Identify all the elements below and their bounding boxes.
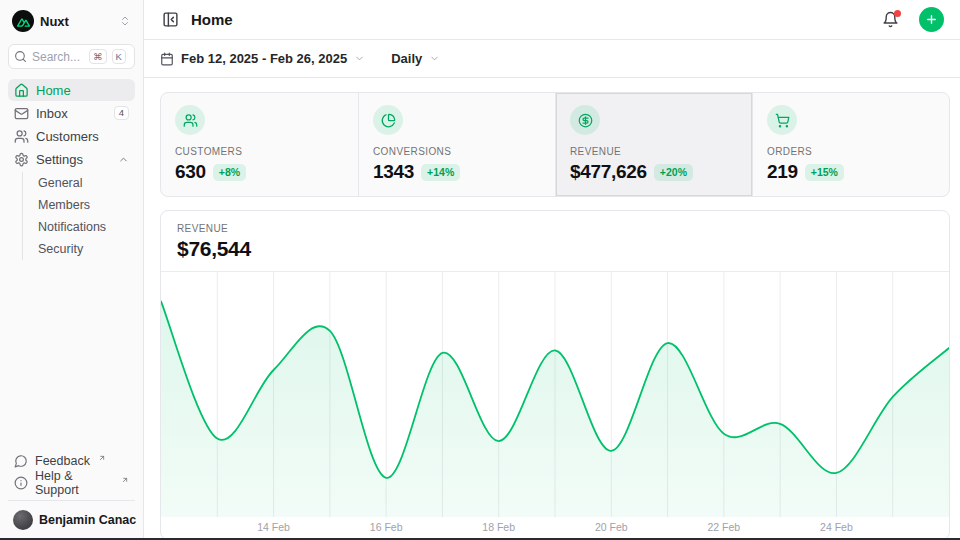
search-field[interactable] xyxy=(32,50,84,64)
chevron-down-icon xyxy=(429,53,440,64)
stat-card-conversions[interactable]: CONVERSIONS 1343 +14% xyxy=(358,93,555,196)
sidebar-item-security[interactable]: Security xyxy=(23,238,135,260)
external-link-icon xyxy=(98,454,106,462)
stat-delta-badge: +8% xyxy=(213,164,246,181)
search-input[interactable]: ⌘ K xyxy=(8,44,135,69)
stat-label: ORDERS xyxy=(767,146,935,157)
gear-icon xyxy=(14,152,29,167)
chart-x-axis-labels: 14 Feb16 Feb18 Feb20 Feb22 Feb24 Feb xyxy=(161,517,949,539)
nuxt-logo-icon xyxy=(12,10,34,32)
chart-plot-area[interactable] xyxy=(161,271,949,517)
area-chart[interactable] xyxy=(161,272,949,517)
revenue-chart-card: REVENUE $76,544 14 Feb16 Feb18 Feb20 Feb… xyxy=(160,210,950,540)
stats-group: CUSTOMERS 630 +8% CONVERSIONS 1343 +14% xyxy=(160,92,950,197)
stat-value: 219 xyxy=(767,161,798,183)
chevron-up-icon xyxy=(118,154,129,165)
sidebar-item-general[interactable]: General xyxy=(23,172,135,194)
sidebar-item-label: Settings xyxy=(36,152,111,167)
x-axis-tick-label: 22 Feb xyxy=(707,521,740,533)
x-axis-tick-label: 14 Feb xyxy=(257,521,290,533)
circle-dollar-icon xyxy=(570,105,600,135)
sidebar-item-home[interactable]: Home xyxy=(8,79,135,101)
stat-label: CONVERSIONS xyxy=(373,146,541,157)
user-name: Benjamin Canac xyxy=(39,513,136,527)
stat-delta-badge: +14% xyxy=(421,164,460,181)
users-icon xyxy=(14,129,29,144)
chart-current-value: $76,544 xyxy=(177,237,933,261)
sidebar-item-settings[interactable]: Settings xyxy=(8,148,135,170)
stat-label: CUSTOMERS xyxy=(175,146,344,157)
sidebar: Nuxt ⌘ K Home Inbox 4 xyxy=(0,0,144,540)
external-link-icon xyxy=(121,476,129,484)
chart-header: REVENUE $76,544 xyxy=(161,211,949,271)
help-support-link[interactable]: Help & Support xyxy=(8,472,135,494)
inbox-icon xyxy=(14,106,29,121)
main-area: Home Feb 12, 2025 - Feb 26, 2025 Daily xyxy=(144,0,960,540)
sidebar-item-notifications[interactable]: Notifications xyxy=(23,216,135,238)
users-icon xyxy=(175,105,205,135)
page-title: Home xyxy=(191,11,870,28)
sidebar-nav: Home Inbox 4 Customers Settings Genera xyxy=(8,79,135,262)
period-value: Daily xyxy=(391,51,422,66)
period-select[interactable]: Daily xyxy=(391,51,440,66)
filters-toolbar: Feb 12, 2025 - Feb 26, 2025 Daily xyxy=(144,40,960,78)
stat-card-revenue[interactable]: REVENUE $477,626 +20% xyxy=(555,93,752,196)
kbd-cmd: ⌘ xyxy=(89,49,107,64)
plus-icon xyxy=(925,13,938,26)
notification-dot xyxy=(894,10,901,17)
help-support-label: Help & Support xyxy=(35,469,113,497)
info-circle-icon xyxy=(14,476,28,490)
workspace-selector[interactable]: Nuxt xyxy=(8,8,135,34)
sidebar-item-customers[interactable]: Customers xyxy=(8,125,135,147)
workspace-name: Nuxt xyxy=(40,14,113,29)
stat-delta-badge: +15% xyxy=(805,164,844,181)
calendar-icon xyxy=(160,52,174,66)
search-icon xyxy=(14,50,27,63)
sidebar-item-members[interactable]: Members xyxy=(23,194,135,216)
pie-chart-icon xyxy=(373,105,403,135)
x-axis-tick-label: 20 Feb xyxy=(595,521,628,533)
stat-value: $477,626 xyxy=(570,161,647,183)
x-axis-tick-label: 16 Feb xyxy=(370,521,403,533)
sidebar-spacer xyxy=(8,262,135,450)
sidebar-item-inbox[interactable]: Inbox 4 xyxy=(8,102,135,124)
kbd-k: K xyxy=(112,49,126,64)
avatar xyxy=(13,510,33,530)
chat-bubble-icon xyxy=(14,454,28,468)
stat-value: 630 xyxy=(175,161,206,183)
collapse-sidebar-button[interactable] xyxy=(160,9,181,30)
stat-card-orders[interactable]: ORDERS 219 +15% xyxy=(752,93,949,196)
stat-value: 1343 xyxy=(373,161,414,183)
chevron-down-icon xyxy=(354,53,365,64)
panel-left-close-icon xyxy=(162,11,179,28)
shopping-cart-icon xyxy=(767,105,797,135)
dashboard-content: CUSTOMERS 630 +8% CONVERSIONS 1343 +14% xyxy=(144,78,960,540)
stat-label: REVENUE xyxy=(570,146,738,157)
x-axis-tick-label: 24 Feb xyxy=(820,521,853,533)
date-range-value: Feb 12, 2025 - Feb 26, 2025 xyxy=(181,51,347,66)
home-icon xyxy=(14,83,29,98)
date-range-picker[interactable]: Feb 12, 2025 - Feb 26, 2025 xyxy=(160,51,365,66)
stat-delta-badge: +20% xyxy=(654,164,693,181)
x-axis-tick-label: 18 Feb xyxy=(482,521,515,533)
sidebar-item-label: Home xyxy=(36,83,129,98)
notifications-button[interactable] xyxy=(880,9,901,30)
add-button[interactable] xyxy=(919,7,944,32)
stat-card-customers[interactable]: CUSTOMERS 630 +8% xyxy=(161,93,358,196)
chevron-up-down-icon xyxy=(119,15,131,27)
user-menu[interactable]: Benjamin Canac xyxy=(8,500,135,532)
sidebar-item-label: Customers xyxy=(36,129,129,144)
sidebar-item-label: Inbox xyxy=(36,106,107,121)
page-header: Home xyxy=(144,0,960,40)
settings-subnav: General Members Notifications Security xyxy=(22,172,135,260)
feedback-label: Feedback xyxy=(35,454,90,468)
chart-title: REVENUE xyxy=(177,223,933,234)
inbox-count-badge: 4 xyxy=(114,106,129,120)
